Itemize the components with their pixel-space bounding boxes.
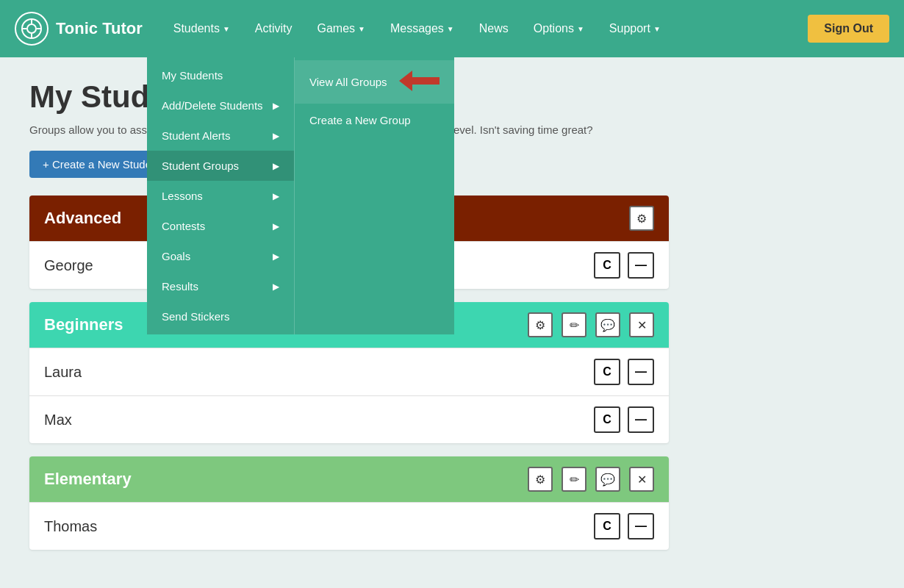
- chevron-down-icon: ▼: [358, 25, 365, 33]
- chevron-right-icon: ▶: [273, 131, 279, 141]
- dropdown-create-new-group[interactable]: Create a New Group: [295, 104, 454, 137]
- red-arrow-icon: [399, 71, 440, 93]
- chevron-right-icon: ▶: [273, 282, 279, 292]
- group-message-button[interactable]: 💬: [595, 467, 620, 492]
- student-c-button[interactable]: C: [594, 406, 620, 433]
- student-name: Max: [44, 412, 586, 429]
- signout-button[interactable]: Sign Out: [808, 15, 889, 43]
- chevron-right-icon: ▶: [273, 161, 279, 171]
- student-remove-button[interactable]: —: [628, 359, 654, 385]
- group-settings-button[interactable]: ⚙: [629, 206, 654, 231]
- nav-games[interactable]: Games ▼: [308, 16, 373, 41]
- group-delete-button[interactable]: ✕: [629, 312, 654, 337]
- students-dropdown: My Students Add/Delete Students ▶ Studen…: [147, 57, 454, 334]
- nav-options[interactable]: Options ▼: [525, 16, 593, 41]
- group-name-elementary: Elementary: [44, 470, 519, 489]
- nav-support[interactable]: Support ▼: [600, 16, 670, 41]
- student-row-laura: Laura C —: [29, 348, 669, 395]
- student-c-button[interactable]: C: [594, 359, 620, 385]
- student-name: Laura: [44, 364, 586, 381]
- dropdown-goals[interactable]: Goals ▶: [147, 241, 294, 271]
- student-c-button[interactable]: C: [594, 252, 620, 279]
- student-row-max: Max C —: [29, 395, 669, 443]
- nav-activity[interactable]: Activity: [246, 16, 301, 41]
- student-remove-button[interactable]: —: [628, 513, 654, 539]
- chevron-right-icon: ▶: [273, 101, 279, 111]
- student-remove-button[interactable]: —: [628, 252, 654, 279]
- group-settings-button[interactable]: ⚙: [528, 312, 553, 337]
- dropdown-add-delete[interactable]: Add/Delete Students ▶: [147, 90, 294, 121]
- chevron-down-icon: ▼: [223, 25, 230, 33]
- group-delete-button[interactable]: ✕: [629, 467, 654, 492]
- dropdown-view-all-groups[interactable]: View All Groups: [295, 60, 454, 104]
- nav-items: Students ▼ Activity Games ▼ Messages ▼ N…: [165, 16, 808, 41]
- student-row-thomas: Thomas C —: [29, 502, 669, 550]
- chevron-down-icon: ▼: [653, 25, 661, 33]
- dropdown-student-alerts[interactable]: Student Alerts ▶: [147, 121, 294, 151]
- group-settings-button[interactable]: ⚙: [528, 467, 553, 492]
- group-edit-button[interactable]: ✏: [562, 467, 586, 492]
- chevron-right-icon: ▶: [273, 191, 279, 201]
- nav-students[interactable]: Students ▼: [165, 16, 239, 41]
- chevron-down-icon: ▼: [577, 25, 584, 33]
- chevron-right-icon: ▶: [273, 251, 279, 262]
- svg-marker-7: [399, 71, 412, 91]
- logo: Tonic Tutor: [15, 12, 143, 46]
- app-title: Tonic Tutor: [56, 19, 143, 38]
- dropdown-send-stickers[interactable]: Send Stickers: [147, 301, 294, 331]
- dropdown-sub-menu: View All Groups Create a New Group: [294, 57, 454, 334]
- dropdown-results[interactable]: Results ▶: [147, 271, 294, 301]
- dropdown-student-groups[interactable]: Student Groups ▶: [147, 151, 294, 181]
- chevron-down-icon: ▼: [447, 25, 454, 33]
- logo-icon: [15, 12, 49, 46]
- dropdown-my-students[interactable]: My Students: [147, 60, 294, 90]
- group-header-elementary: Elementary ⚙ ✏ 💬 ✕: [29, 456, 669, 502]
- student-remove-button[interactable]: —: [628, 406, 654, 433]
- navbar: Tonic Tutor Students ▼ Activity Games ▼ …: [0, 0, 904, 57]
- nav-news[interactable]: News: [470, 16, 517, 41]
- student-name: Thomas: [44, 518, 586, 535]
- group-message-button[interactable]: 💬: [595, 312, 620, 337]
- svg-rect-6: [412, 77, 440, 85]
- group-card-elementary: Elementary ⚙ ✏ 💬 ✕ Thomas C —: [29, 456, 669, 550]
- group-edit-button[interactable]: ✏: [562, 312, 586, 337]
- dropdown-main-menu: My Students Add/Delete Students ▶ Studen…: [147, 57, 294, 334]
- nav-messages[interactable]: Messages ▼: [381, 16, 463, 41]
- dropdown-lessons[interactable]: Lessons ▶: [147, 181, 294, 211]
- dropdown-contests[interactable]: Contests ▶: [147, 211, 294, 241]
- svg-point-1: [27, 24, 36, 33]
- student-c-button[interactable]: C: [594, 513, 620, 539]
- chevron-right-icon: ▶: [273, 221, 279, 232]
